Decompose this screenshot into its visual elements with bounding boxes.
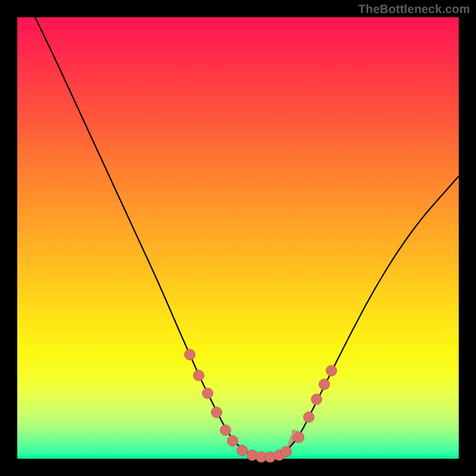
watermark-text: TheBottleneck.com xyxy=(358,2,470,16)
chart-frame: TheBottleneck.com xyxy=(0,0,476,476)
plot-area xyxy=(17,17,459,459)
